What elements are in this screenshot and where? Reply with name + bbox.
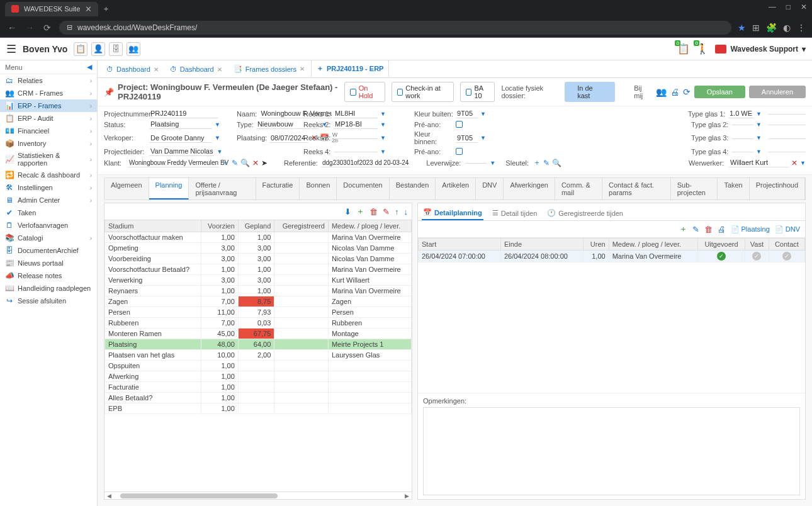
nav-forward[interactable]: → xyxy=(24,23,35,33)
doc-tab[interactable]: ⏱Dashboard✕ xyxy=(101,62,164,77)
subtab-comm-mail[interactable]: Comm. & mail xyxy=(555,178,602,200)
new-tab-button[interactable]: ＋ xyxy=(102,3,110,14)
tab-detailplanning[interactable]: 📅Detailplanning xyxy=(422,206,483,220)
typeglas1-drop[interactable]: ▼ xyxy=(756,111,762,117)
ba10-checkbox[interactable]: BA 10 xyxy=(460,82,495,102)
plan-row[interactable]: Opmeting3,003,00Nicolas Van Damme xyxy=(105,243,412,254)
plan-row[interactable]: Zagen7,008,75Zagen xyxy=(105,296,412,307)
subtab-taken[interactable]: Taken xyxy=(718,178,749,200)
loc-value[interactable]: In de kast xyxy=(565,82,615,102)
sidebar-item-catalogi[interactable]: 📚Catalogi› xyxy=(0,232,97,244)
detail-header[interactable]: Uren xyxy=(583,239,609,250)
sidebar-item-sessie-afsluiten[interactable]: ↪Sessie afsluiten xyxy=(0,295,97,307)
verkoper-drop[interactable]: ▼ xyxy=(215,135,220,141)
subtab-bestanden[interactable]: Bestanden xyxy=(390,178,436,200)
sleutel-search-icon[interactable]: 🔍 xyxy=(552,159,561,167)
detail-header[interactable]: Einde xyxy=(500,239,583,250)
plan-row[interactable]: Reynaers1,001,00Marina Van Overmeire xyxy=(105,286,412,296)
hdr-notif-2[interactable]: 🚶0 xyxy=(696,43,709,55)
plan-up-icon[interactable]: ↑ xyxy=(395,207,399,216)
tab-detailtijden[interactable]: ☰Detail tijden xyxy=(491,206,538,220)
reeks1-field[interactable]: ML8HI xyxy=(334,109,378,118)
sleutel-add-icon[interactable]: ＋ xyxy=(533,157,541,168)
tab-close-icon[interactable]: ✕ xyxy=(300,65,305,72)
plaatsing-link[interactable]: 📄Plaatsing xyxy=(731,225,770,233)
plan-row[interactable]: Voorschotfactuur Betaald?1,001,00Marina … xyxy=(105,264,412,275)
plan-header[interactable]: Voorzien xyxy=(201,220,239,232)
typeglas2-field[interactable] xyxy=(731,123,753,125)
referentie-field[interactable]: ddg230301of2023 dd 20-03-24 xyxy=(321,159,410,167)
checkin-checkbox[interactable]: Check-in at work xyxy=(392,82,454,102)
sidebar-item-erp-frames[interactable]: 📊ERP - Frames› xyxy=(0,99,97,112)
subtab-documenten[interactable]: Documenten xyxy=(337,178,389,200)
klant-clear-icon[interactable]: ✕ xyxy=(252,159,259,167)
plan-delete-icon[interactable]: 🗑 xyxy=(369,207,378,216)
reeks4-field[interactable] xyxy=(334,150,378,152)
opmerkingen-textarea[interactable] xyxy=(423,407,800,495)
hdr-notif-1[interactable]: 📋0 xyxy=(677,43,690,55)
detail-header[interactable]: Contact xyxy=(769,239,804,250)
klant-add-icon[interactable]: ＋ xyxy=(222,157,229,168)
save-button[interactable]: Opslaan xyxy=(694,86,745,98)
sidebar-item-erp-audit[interactable]: 📋ERP - Audit› xyxy=(0,112,97,125)
h-scrollbar[interactable]: ◀▶ xyxy=(104,492,412,499)
leverwijze-field[interactable] xyxy=(465,162,487,164)
leverwijze-drop[interactable]: ▼ xyxy=(490,160,495,166)
browser-tab[interactable]: WAVEDESK Suite ✕ xyxy=(5,2,98,16)
plan-add-icon[interactable]: ＋ xyxy=(356,206,364,217)
reeks3-drop[interactable]: ▼ xyxy=(380,135,386,141)
projectleider-field[interactable]: Van Damme Nicolas xyxy=(149,147,214,156)
status-drop[interactable]: ▼ xyxy=(215,121,220,128)
detail-header[interactable]: Uitgevoerd xyxy=(697,239,745,250)
kleurbuiten-field[interactable]: 9T05 xyxy=(456,109,478,118)
share-icon[interactable]: 👥 xyxy=(656,87,667,97)
detail-header[interactable]: Start xyxy=(419,239,501,250)
detail-edit-icon[interactable]: ✎ xyxy=(692,225,699,234)
sidebar-item-verlofaanvragen[interactable]: 🗒Verlofaanvragen xyxy=(0,219,97,232)
sidebar-item-relaties[interactable]: 🗂Relaties› xyxy=(0,74,97,87)
typeglas4-drop[interactable]: ▼ xyxy=(756,149,762,155)
plan-header[interactable]: Geregistreerd xyxy=(274,220,329,232)
plan-row[interactable]: Voorbereiding3,003,00Nicolas Van Damme xyxy=(105,254,412,264)
plan-header[interactable]: Gepland xyxy=(238,220,274,232)
plan-row[interactable]: Persen11,007,93Persen xyxy=(105,307,412,318)
plan-row[interactable]: Afwerking1,00 xyxy=(105,371,412,382)
reeks3-field[interactable] xyxy=(334,137,378,139)
plan-header[interactable]: Stadium xyxy=(105,220,201,232)
subtab-bonnen[interactable]: Bonnen xyxy=(300,178,337,200)
cancel-button[interactable]: Annuleren xyxy=(749,86,806,98)
pin-icon[interactable]: 📌 xyxy=(104,87,114,97)
projectleider-drop[interactable]: ▼ xyxy=(217,149,222,155)
profile-icon[interactable]: ◐ xyxy=(783,23,791,33)
subtab-afwerkingen[interactable]: Afwerkingen xyxy=(504,178,555,200)
plan-row[interactable]: Verwerking3,003,00Kurt Willaert xyxy=(105,275,412,286)
sidebar-item-handleiding-raadplegen[interactable]: 📖Handleiding raadplegen xyxy=(0,282,97,295)
window-close[interactable]: ✕ xyxy=(801,3,807,11)
typeglas1-field[interactable]: 1.0 WE xyxy=(728,109,753,118)
detail-header[interactable]: Vast xyxy=(745,239,769,250)
sidebar-item-instellingen[interactable]: 🛠Instellingen› xyxy=(0,181,97,194)
plan-down-icon[interactable]: ↓ xyxy=(404,207,409,216)
sidebar-item-financieel[interactable]: 💶Financieel› xyxy=(0,125,97,137)
subtab-dnv[interactable]: DNV xyxy=(476,178,504,200)
klant-field[interactable]: Woningbouw Freddy Vermeulen BV xyxy=(128,159,219,167)
sidebar-item-taken[interactable]: ✔Taken xyxy=(0,206,97,219)
status-check-icon[interactable]: ✓ xyxy=(752,252,761,261)
subtab-artikelen[interactable]: Artikelen xyxy=(436,178,476,200)
subtab-sub-projecten[interactable]: Sub-projecten xyxy=(671,178,718,200)
reeks4-drop[interactable]: ▼ xyxy=(380,149,386,155)
kleurbuiten-drop[interactable]: ▼ xyxy=(480,111,486,117)
nav-reload[interactable]: ⟳ xyxy=(42,23,53,33)
projectnummer-field[interactable]: PRJ240119 xyxy=(149,109,218,118)
sleutel-edit-icon[interactable]: ✎ xyxy=(543,159,550,167)
klant-edit-icon[interactable]: ✎ xyxy=(232,159,238,167)
sidebar-collapse-icon[interactable]: ◀ xyxy=(87,63,92,71)
reeks2-drop[interactable]: ▼ xyxy=(380,121,386,128)
plan-row[interactable]: Voorschotfactuur maken1,001,00Marina Van… xyxy=(105,232,412,243)
hdr-icon-clipboard[interactable]: 📋 xyxy=(74,42,87,56)
window-maximize[interactable]: □ xyxy=(786,3,791,11)
sidebar-item-release-notes[interactable]: 📣Release notes xyxy=(0,269,97,282)
hamburger-icon[interactable]: ☰ xyxy=(6,42,16,56)
subtab-offerte-prijsaanvraag[interactable]: Offerte / prijsaanvraag xyxy=(189,178,256,200)
subtab-facturatie[interactable]: Facturatie xyxy=(256,178,300,200)
